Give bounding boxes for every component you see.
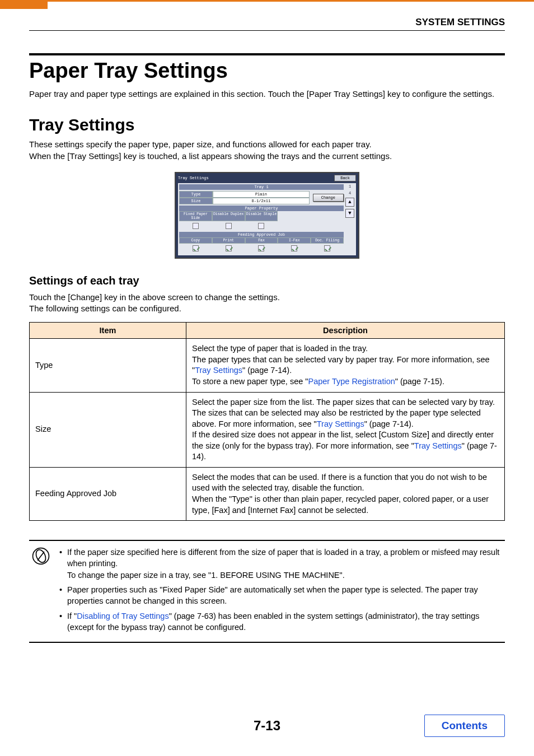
job-col: Fax <box>245 237 278 244</box>
note-box: If the paper size specified here is diff… <box>29 540 505 643</box>
settings-of-each-tray-heading: Settings of each tray <box>29 274 505 287</box>
prop-col-empty <box>311 211 344 221</box>
checkbox-checked[interactable] <box>193 245 199 251</box>
prop-col: Disable Staple <box>245 211 278 221</box>
note-item: Paper properties such as "Fixed Paper Si… <box>59 584 503 607</box>
tray-settings-link[interactable]: Tray Settings <box>414 441 462 450</box>
header-rule <box>29 30 505 31</box>
checkbox-checked[interactable] <box>258 245 264 251</box>
page-current: 1 <box>349 184 351 189</box>
job-col: Copy <box>179 237 212 244</box>
table-head-desc: Description <box>186 323 505 339</box>
touch-panel-screenshot: Tray Settings Back Tray 1 Type Plain <box>175 172 359 259</box>
job-col: I-Fax <box>278 237 311 244</box>
table-head-item: Item <box>30 323 186 339</box>
settings-sub-p2: The following settings can be configured… <box>29 303 505 314</box>
page-title: Paper Tray Settings <box>29 59 505 83</box>
checkbox[interactable] <box>258 223 264 229</box>
panel-title-text: Tray Settings <box>178 176 209 180</box>
back-button[interactable]: Back <box>334 175 356 181</box>
breadcrumb: SYSTEM SETTINGS <box>29 17 505 28</box>
size-value: 8-1/2x11 <box>213 198 310 204</box>
checkbox-checked[interactable] <box>226 245 232 251</box>
type-value: Plain <box>213 191 310 198</box>
section-rule <box>29 53 505 55</box>
table-row: Type Select the type of paper that is lo… <box>30 339 505 392</box>
page-total: 4 <box>349 191 351 195</box>
tray-settings-p2: When the [Tray Settings] key is touched,… <box>29 151 505 162</box>
scroll-down-button[interactable]: ▼ <box>345 209 354 218</box>
disabling-tray-settings-link[interactable]: Disabling of Tray Settings <box>77 612 168 620</box>
checkbox[interactable] <box>193 223 199 229</box>
item-type: Type <box>30 339 186 392</box>
change-button[interactable]: Change <box>313 194 344 202</box>
checkbox-checked[interactable] <box>324 245 330 251</box>
desc-feeding: Select the modes that can be used. If th… <box>186 467 505 520</box>
item-feeding: Feeding Approved Job <box>30 467 186 520</box>
job-header: Feeding Approved Job <box>179 232 344 237</box>
contents-button[interactable]: Contents <box>424 715 505 737</box>
prop-col: Fixed Paper Side <box>179 211 212 221</box>
type-label: Type <box>179 191 213 198</box>
desc-type: Select the type of paper that is loaded … <box>186 339 505 392</box>
checkbox-checked[interactable] <box>291 245 297 251</box>
tray-settings-p1: These settings specify the paper type, p… <box>29 139 505 150</box>
job-col: Doc. Filing <box>311 237 344 244</box>
item-size: Size <box>30 392 186 467</box>
table-row: Size Select the paper size from the list… <box>30 392 505 467</box>
prop-col: Disable Duplex <box>212 211 245 221</box>
checkbox[interactable] <box>226 223 232 229</box>
tray-settings-heading: Tray Settings <box>29 115 505 134</box>
tray-settings-link[interactable]: Tray Settings <box>195 366 242 375</box>
note-item: If the paper size specified here is diff… <box>59 547 503 581</box>
note-item: If "Disabling of Tray Settings" (page 7-… <box>59 610 503 633</box>
tray-settings-link[interactable]: Tray Settings <box>317 419 364 428</box>
prop-col-empty <box>278 211 311 221</box>
svg-line-2 <box>38 552 44 560</box>
chapter-tab-strip <box>0 0 534 9</box>
job-col: Print <box>212 237 245 244</box>
note-icon <box>31 547 50 566</box>
tray-name-bar: Tray 1 <box>179 184 344 190</box>
desc-size: Select the paper size from the list. The… <box>186 392 505 467</box>
chapter-tab <box>0 0 48 9</box>
settings-table: Item Description Type Select the type of… <box>29 322 505 521</box>
chapter-rule <box>48 0 534 2</box>
size-label: Size <box>179 198 213 204</box>
settings-sub-p1: Touch the [Change] key in the above scre… <box>29 292 505 303</box>
paper-type-registration-link[interactable]: Paper Type Registration <box>308 377 395 386</box>
page-number: 7-13 <box>254 718 280 733</box>
table-row: Feeding Approved Job Select the modes th… <box>30 467 505 520</box>
intro-paragraph: Paper tray and paper type settings are e… <box>29 88 505 100</box>
paper-property-header: Paper Property <box>179 206 344 211</box>
scroll-up-button[interactable]: ▲ <box>345 198 354 207</box>
